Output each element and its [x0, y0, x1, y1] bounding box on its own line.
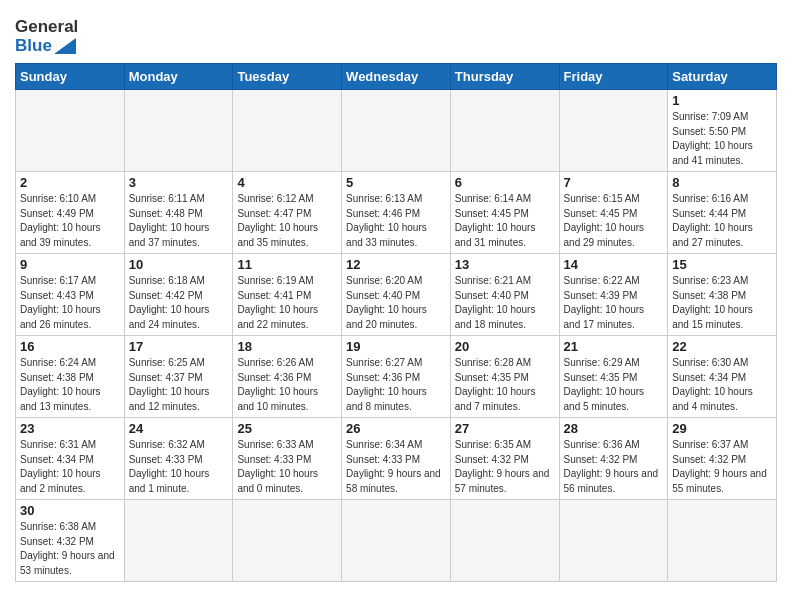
logo-triangle-icon: [54, 38, 76, 54]
day-number: 29: [672, 421, 772, 436]
day-cell: 17Sunrise: 6:25 AM Sunset: 4:37 PM Dayli…: [124, 336, 233, 418]
day-cell: 4Sunrise: 6:12 AM Sunset: 4:47 PM Daylig…: [233, 172, 342, 254]
header: General Blue: [15, 10, 777, 55]
day-cell: [233, 90, 342, 172]
day-cell: 24Sunrise: 6:32 AM Sunset: 4:33 PM Dayli…: [124, 418, 233, 500]
day-info: Sunrise: 6:34 AM Sunset: 4:33 PM Dayligh…: [346, 438, 446, 496]
day-number: 2: [20, 175, 120, 190]
day-cell: 22Sunrise: 6:30 AM Sunset: 4:34 PM Dayli…: [668, 336, 777, 418]
day-cell: 6Sunrise: 6:14 AM Sunset: 4:45 PM Daylig…: [450, 172, 559, 254]
day-number: 9: [20, 257, 120, 272]
day-number: 17: [129, 339, 229, 354]
day-info: Sunrise: 6:11 AM Sunset: 4:48 PM Dayligh…: [129, 192, 229, 250]
day-cell: 10Sunrise: 6:18 AM Sunset: 4:42 PM Dayli…: [124, 254, 233, 336]
day-number: 23: [20, 421, 120, 436]
day-number: 4: [237, 175, 337, 190]
day-number: 18: [237, 339, 337, 354]
day-info: Sunrise: 6:38 AM Sunset: 4:32 PM Dayligh…: [20, 520, 120, 578]
day-cell: [342, 500, 451, 582]
day-cell: [16, 90, 125, 172]
day-cell: 9Sunrise: 6:17 AM Sunset: 4:43 PM Daylig…: [16, 254, 125, 336]
week-row-2: 2Sunrise: 6:10 AM Sunset: 4:49 PM Daylig…: [16, 172, 777, 254]
day-info: Sunrise: 6:33 AM Sunset: 4:33 PM Dayligh…: [237, 438, 337, 496]
day-cell: 7Sunrise: 6:15 AM Sunset: 4:45 PM Daylig…: [559, 172, 668, 254]
day-info: Sunrise: 6:25 AM Sunset: 4:37 PM Dayligh…: [129, 356, 229, 414]
logo: General Blue: [15, 18, 78, 55]
day-number: 1: [672, 93, 772, 108]
logo-svg: General Blue: [15, 18, 78, 55]
page: General Blue SundayMondayTuesdayWednesda…: [0, 0, 792, 597]
day-cell: [450, 500, 559, 582]
week-row-6: 30Sunrise: 6:38 AM Sunset: 4:32 PM Dayli…: [16, 500, 777, 582]
day-cell: 23Sunrise: 6:31 AM Sunset: 4:34 PM Dayli…: [16, 418, 125, 500]
day-info: Sunrise: 6:35 AM Sunset: 4:32 PM Dayligh…: [455, 438, 555, 496]
day-cell: 18Sunrise: 6:26 AM Sunset: 4:36 PM Dayli…: [233, 336, 342, 418]
day-number: 12: [346, 257, 446, 272]
day-cell: 20Sunrise: 6:28 AM Sunset: 4:35 PM Dayli…: [450, 336, 559, 418]
weekday-header-thursday: Thursday: [450, 64, 559, 90]
weekday-header-wednesday: Wednesday: [342, 64, 451, 90]
weekday-header-friday: Friday: [559, 64, 668, 90]
day-info: Sunrise: 6:29 AM Sunset: 4:35 PM Dayligh…: [564, 356, 664, 414]
day-number: 10: [129, 257, 229, 272]
day-number: 27: [455, 421, 555, 436]
day-info: Sunrise: 6:13 AM Sunset: 4:46 PM Dayligh…: [346, 192, 446, 250]
day-cell: 30Sunrise: 6:38 AM Sunset: 4:32 PM Dayli…: [16, 500, 125, 582]
day-number: 25: [237, 421, 337, 436]
day-cell: 1Sunrise: 7:09 AM Sunset: 5:50 PM Daylig…: [668, 90, 777, 172]
day-info: Sunrise: 6:27 AM Sunset: 4:36 PM Dayligh…: [346, 356, 446, 414]
day-cell: 3Sunrise: 6:11 AM Sunset: 4:48 PM Daylig…: [124, 172, 233, 254]
day-info: Sunrise: 6:12 AM Sunset: 4:47 PM Dayligh…: [237, 192, 337, 250]
day-cell: 25Sunrise: 6:33 AM Sunset: 4:33 PM Dayli…: [233, 418, 342, 500]
logo-general-text: General: [15, 17, 78, 36]
day-cell: 26Sunrise: 6:34 AM Sunset: 4:33 PM Dayli…: [342, 418, 451, 500]
day-info: Sunrise: 6:20 AM Sunset: 4:40 PM Dayligh…: [346, 274, 446, 332]
day-info: Sunrise: 6:24 AM Sunset: 4:38 PM Dayligh…: [20, 356, 120, 414]
day-number: 5: [346, 175, 446, 190]
day-number: 30: [20, 503, 120, 518]
day-info: Sunrise: 6:32 AM Sunset: 4:33 PM Dayligh…: [129, 438, 229, 496]
calendar-table: SundayMondayTuesdayWednesdayThursdayFrid…: [15, 63, 777, 582]
day-number: 8: [672, 175, 772, 190]
day-number: 15: [672, 257, 772, 272]
day-cell: [342, 90, 451, 172]
day-info: Sunrise: 6:10 AM Sunset: 4:49 PM Dayligh…: [20, 192, 120, 250]
weekday-header-row: SundayMondayTuesdayWednesdayThursdayFrid…: [16, 64, 777, 90]
weekday-header-saturday: Saturday: [668, 64, 777, 90]
day-number: 20: [455, 339, 555, 354]
day-cell: 2Sunrise: 6:10 AM Sunset: 4:49 PM Daylig…: [16, 172, 125, 254]
day-info: Sunrise: 6:23 AM Sunset: 4:38 PM Dayligh…: [672, 274, 772, 332]
day-number: 14: [564, 257, 664, 272]
day-number: 16: [20, 339, 120, 354]
day-info: Sunrise: 6:14 AM Sunset: 4:45 PM Dayligh…: [455, 192, 555, 250]
day-cell: [124, 90, 233, 172]
svg-marker-0: [54, 38, 76, 54]
day-cell: 15Sunrise: 6:23 AM Sunset: 4:38 PM Dayli…: [668, 254, 777, 336]
weekday-header-sunday: Sunday: [16, 64, 125, 90]
day-number: 26: [346, 421, 446, 436]
day-cell: 13Sunrise: 6:21 AM Sunset: 4:40 PM Dayli…: [450, 254, 559, 336]
day-info: Sunrise: 6:22 AM Sunset: 4:39 PM Dayligh…: [564, 274, 664, 332]
day-cell: 29Sunrise: 6:37 AM Sunset: 4:32 PM Dayli…: [668, 418, 777, 500]
week-row-1: 1Sunrise: 7:09 AM Sunset: 5:50 PM Daylig…: [16, 90, 777, 172]
day-info: Sunrise: 6:19 AM Sunset: 4:41 PM Dayligh…: [237, 274, 337, 332]
day-cell: 27Sunrise: 6:35 AM Sunset: 4:32 PM Dayli…: [450, 418, 559, 500]
week-row-4: 16Sunrise: 6:24 AM Sunset: 4:38 PM Dayli…: [16, 336, 777, 418]
day-cell: 11Sunrise: 6:19 AM Sunset: 4:41 PM Dayli…: [233, 254, 342, 336]
day-number: 13: [455, 257, 555, 272]
day-info: Sunrise: 7:09 AM Sunset: 5:50 PM Dayligh…: [672, 110, 772, 168]
day-number: 3: [129, 175, 229, 190]
day-info: Sunrise: 6:18 AM Sunset: 4:42 PM Dayligh…: [129, 274, 229, 332]
day-info: Sunrise: 6:37 AM Sunset: 4:32 PM Dayligh…: [672, 438, 772, 496]
day-cell: 8Sunrise: 6:16 AM Sunset: 4:44 PM Daylig…: [668, 172, 777, 254]
day-number: 24: [129, 421, 229, 436]
logo-general: General: [15, 18, 78, 37]
day-info: Sunrise: 6:28 AM Sunset: 4:35 PM Dayligh…: [455, 356, 555, 414]
day-cell: [233, 500, 342, 582]
day-cell: [559, 500, 668, 582]
day-info: Sunrise: 6:16 AM Sunset: 4:44 PM Dayligh…: [672, 192, 772, 250]
day-info: Sunrise: 6:30 AM Sunset: 4:34 PM Dayligh…: [672, 356, 772, 414]
day-number: 19: [346, 339, 446, 354]
day-number: 21: [564, 339, 664, 354]
day-info: Sunrise: 6:36 AM Sunset: 4:32 PM Dayligh…: [564, 438, 664, 496]
